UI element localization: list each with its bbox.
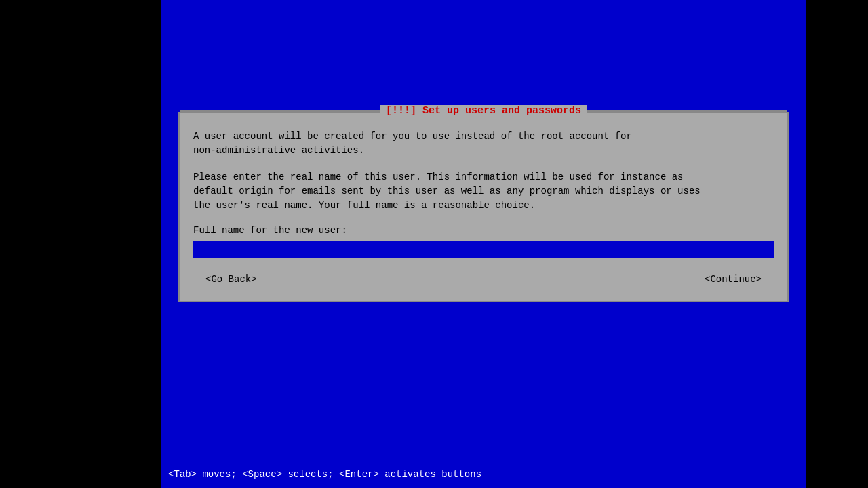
field-label: Full name for the new user: [193,225,774,236]
dialog-wrapper: [!!!] Set up users and passwords A user … [161,112,806,302]
desc-line5: default origin for emails sent by this u… [193,186,701,197]
input-wrapper [193,241,774,258]
description-block-2: Please enter the real name of this user.… [193,170,774,213]
continue-button[interactable]: <Continue> [699,271,767,287]
title-line-left [180,110,380,112]
desc-line4: Please enter the real name of this user.… [193,171,684,182]
desc-line6: the user's real name. Your full name is … [193,200,535,211]
go-back-button[interactable]: <Go Back> [200,271,262,287]
bottom-bar-text: <Tab> moves; <Space> selects; <Enter> ac… [168,469,481,480]
dialog-content: A user account will be created for you t… [180,113,787,301]
dialog-title: [!!!] Set up users and passwords [380,105,587,117]
title-line-right [587,110,787,112]
description-block-1: A user account will be created for you t… [193,129,774,158]
button-row: <Go Back> <Continue> [193,271,774,287]
desc-line2: non-administrative activities. [193,145,364,156]
desc-line1: A user account will be created for you t… [193,131,632,142]
left-black-border [0,0,161,488]
dialog-title-bar: [!!!] Set up users and passwords [180,105,787,117]
bottom-bar: <Tab> moves; <Space> selects; <Enter> ac… [161,461,806,488]
fullname-input[interactable] [193,241,774,258]
right-black-border [806,0,868,488]
setup-dialog: [!!!] Set up users and passwords A user … [178,112,789,302]
